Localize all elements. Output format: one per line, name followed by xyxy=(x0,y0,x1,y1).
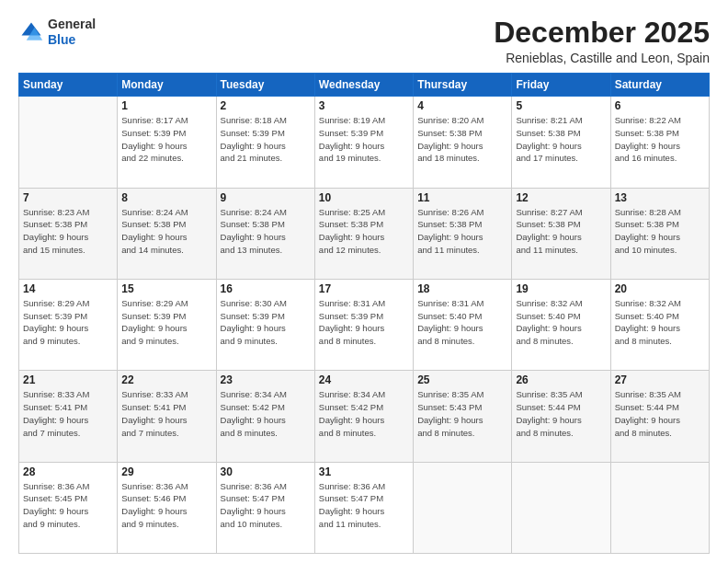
day-info: Sunrise: 8:25 AM Sunset: 5:38 PM Dayligh… xyxy=(319,206,409,257)
weekday-header-tuesday: Tuesday xyxy=(216,74,314,97)
calendar-cell: 8Sunrise: 8:24 AM Sunset: 5:38 PM Daylig… xyxy=(118,188,216,279)
day-number: 19 xyxy=(516,282,606,295)
calendar-cell: 6Sunrise: 8:22 AM Sunset: 5:38 PM Daylig… xyxy=(610,97,709,188)
calendar-cell: 24Sunrise: 8:34 AM Sunset: 5:42 PM Dayli… xyxy=(314,371,413,462)
calendar-cell: 12Sunrise: 8:27 AM Sunset: 5:38 PM Dayli… xyxy=(512,188,610,279)
calendar-cell: 28Sunrise: 8:36 AM Sunset: 5:45 PM Dayli… xyxy=(19,462,118,553)
day-info: Sunrise: 8:28 AM Sunset: 5:38 PM Dayligh… xyxy=(615,206,705,257)
weekday-header-saturday: Saturday xyxy=(610,74,709,97)
day-number: 26 xyxy=(516,373,606,386)
day-info: Sunrise: 8:36 AM Sunset: 5:47 PM Dayligh… xyxy=(319,480,409,531)
day-number: 8 xyxy=(121,191,211,204)
day-number: 25 xyxy=(417,373,507,386)
day-info: Sunrise: 8:35 AM Sunset: 5:43 PM Dayligh… xyxy=(417,388,507,439)
day-info: Sunrise: 8:35 AM Sunset: 5:44 PM Dayligh… xyxy=(615,388,705,439)
day-number: 31 xyxy=(319,465,409,478)
calendar-cell: 16Sunrise: 8:30 AM Sunset: 5:39 PM Dayli… xyxy=(216,279,314,370)
calendar-cell xyxy=(512,462,610,553)
calendar-cell: 18Sunrise: 8:31 AM Sunset: 5:40 PM Dayli… xyxy=(414,279,512,370)
calendar-cell: 7Sunrise: 8:23 AM Sunset: 5:38 PM Daylig… xyxy=(19,188,118,279)
day-info: Sunrise: 8:31 AM Sunset: 5:40 PM Dayligh… xyxy=(417,297,507,348)
day-info: Sunrise: 8:17 AM Sunset: 5:39 PM Dayligh… xyxy=(121,114,211,165)
day-info: Sunrise: 8:20 AM Sunset: 5:38 PM Dayligh… xyxy=(417,114,507,165)
day-number: 15 xyxy=(121,282,211,295)
day-number: 28 xyxy=(23,465,113,478)
calendar-cell: 13Sunrise: 8:28 AM Sunset: 5:38 PM Dayli… xyxy=(610,188,709,279)
day-number: 5 xyxy=(516,99,606,112)
weekday-header-monday: Monday xyxy=(118,74,216,97)
day-info: Sunrise: 8:35 AM Sunset: 5:44 PM Dayligh… xyxy=(516,388,606,439)
day-info: Sunrise: 8:29 AM Sunset: 5:39 PM Dayligh… xyxy=(23,297,113,348)
day-number: 27 xyxy=(615,373,705,386)
day-number: 16 xyxy=(221,282,311,295)
day-info: Sunrise: 8:30 AM Sunset: 5:39 PM Dayligh… xyxy=(221,297,311,348)
weekday-header-wednesday: Wednesday xyxy=(314,74,413,97)
day-info: Sunrise: 8:32 AM Sunset: 5:40 PM Dayligh… xyxy=(516,297,606,348)
day-info: Sunrise: 8:19 AM Sunset: 5:39 PM Dayligh… xyxy=(319,114,409,165)
calendar-cell: 9Sunrise: 8:24 AM Sunset: 5:38 PM Daylig… xyxy=(216,188,314,279)
page: General Blue December 2025 Renieblas, Ca… xyxy=(0,0,728,563)
day-number: 24 xyxy=(319,373,409,386)
day-info: Sunrise: 8:21 AM Sunset: 5:38 PM Dayligh… xyxy=(516,114,606,165)
weekday-header-thursday: Thursday xyxy=(414,74,512,97)
header: General Blue December 2025 Renieblas, Ca… xyxy=(18,17,710,65)
day-info: Sunrise: 8:24 AM Sunset: 5:38 PM Dayligh… xyxy=(221,206,311,257)
weekday-header-row: SundayMondayTuesdayWednesdayThursdayFrid… xyxy=(19,74,710,97)
calendar-week-row: 7Sunrise: 8:23 AM Sunset: 5:38 PM Daylig… xyxy=(19,188,710,279)
calendar-cell: 26Sunrise: 8:35 AM Sunset: 5:44 PM Dayli… xyxy=(512,371,610,462)
calendar-cell: 21Sunrise: 8:33 AM Sunset: 5:41 PM Dayli… xyxy=(19,371,118,462)
day-number: 23 xyxy=(221,373,311,386)
day-info: Sunrise: 8:36 AM Sunset: 5:45 PM Dayligh… xyxy=(23,480,113,531)
day-number: 3 xyxy=(319,99,409,112)
calendar-cell: 31Sunrise: 8:36 AM Sunset: 5:47 PM Dayli… xyxy=(314,462,413,553)
day-info: Sunrise: 8:33 AM Sunset: 5:41 PM Dayligh… xyxy=(121,388,211,439)
day-number: 14 xyxy=(23,282,113,295)
day-info: Sunrise: 8:26 AM Sunset: 5:38 PM Dayligh… xyxy=(417,206,507,257)
calendar-cell xyxy=(610,462,709,553)
calendar-cell: 1Sunrise: 8:17 AM Sunset: 5:39 PM Daylig… xyxy=(118,97,216,188)
weekday-header-sunday: Sunday xyxy=(19,74,118,97)
logo-icon xyxy=(18,19,44,45)
day-number: 1 xyxy=(121,99,211,112)
calendar-cell: 10Sunrise: 8:25 AM Sunset: 5:38 PM Dayli… xyxy=(314,188,413,279)
calendar-cell: 14Sunrise: 8:29 AM Sunset: 5:39 PM Dayli… xyxy=(19,279,118,370)
logo-general: General xyxy=(48,17,96,31)
day-info: Sunrise: 8:22 AM Sunset: 5:38 PM Dayligh… xyxy=(615,114,705,165)
day-number: 11 xyxy=(417,191,507,204)
day-number: 20 xyxy=(615,282,705,295)
day-info: Sunrise: 8:18 AM Sunset: 5:39 PM Dayligh… xyxy=(221,114,311,165)
calendar-cell: 11Sunrise: 8:26 AM Sunset: 5:38 PM Dayli… xyxy=(414,188,512,279)
calendar-cell: 27Sunrise: 8:35 AM Sunset: 5:44 PM Dayli… xyxy=(610,371,709,462)
day-number: 29 xyxy=(121,465,211,478)
day-number: 22 xyxy=(121,373,211,386)
calendar-cell: 25Sunrise: 8:35 AM Sunset: 5:43 PM Dayli… xyxy=(414,371,512,462)
calendar-cell: 30Sunrise: 8:36 AM Sunset: 5:47 PM Dayli… xyxy=(216,462,314,553)
calendar-cell xyxy=(414,462,512,553)
day-number: 30 xyxy=(221,465,311,478)
day-info: Sunrise: 8:32 AM Sunset: 5:40 PM Dayligh… xyxy=(615,297,705,348)
day-info: Sunrise: 8:23 AM Sunset: 5:38 PM Dayligh… xyxy=(23,206,113,257)
calendar-cell: 17Sunrise: 8:31 AM Sunset: 5:39 PM Dayli… xyxy=(314,279,413,370)
title-block: December 2025 Renieblas, Castille and Le… xyxy=(494,17,710,65)
calendar-week-row: 21Sunrise: 8:33 AM Sunset: 5:41 PM Dayli… xyxy=(19,371,710,462)
logo-text: General Blue xyxy=(48,17,96,48)
calendar-week-row: 28Sunrise: 8:36 AM Sunset: 5:45 PM Dayli… xyxy=(19,462,710,553)
day-info: Sunrise: 8:36 AM Sunset: 5:47 PM Dayligh… xyxy=(221,480,311,531)
day-number: 17 xyxy=(319,282,409,295)
day-info: Sunrise: 8:34 AM Sunset: 5:42 PM Dayligh… xyxy=(221,388,311,439)
day-number: 13 xyxy=(615,191,705,204)
logo-blue: Blue xyxy=(48,32,75,47)
calendar-cell: 15Sunrise: 8:29 AM Sunset: 5:39 PM Dayli… xyxy=(118,279,216,370)
calendar-cell: 19Sunrise: 8:32 AM Sunset: 5:40 PM Dayli… xyxy=(512,279,610,370)
calendar-cell: 5Sunrise: 8:21 AM Sunset: 5:38 PM Daylig… xyxy=(512,97,610,188)
day-info: Sunrise: 8:33 AM Sunset: 5:41 PM Dayligh… xyxy=(23,388,113,439)
day-number: 2 xyxy=(221,99,311,112)
day-number: 4 xyxy=(417,99,507,112)
calendar-cell: 2Sunrise: 8:18 AM Sunset: 5:39 PM Daylig… xyxy=(216,97,314,188)
day-number: 10 xyxy=(319,191,409,204)
day-info: Sunrise: 8:27 AM Sunset: 5:38 PM Dayligh… xyxy=(516,206,606,257)
calendar-table: SundayMondayTuesdayWednesdayThursdayFrid… xyxy=(18,73,710,554)
day-info: Sunrise: 8:29 AM Sunset: 5:39 PM Dayligh… xyxy=(121,297,211,348)
calendar-cell: 22Sunrise: 8:33 AM Sunset: 5:41 PM Dayli… xyxy=(118,371,216,462)
calendar-week-row: 14Sunrise: 8:29 AM Sunset: 5:39 PM Dayli… xyxy=(19,279,710,370)
